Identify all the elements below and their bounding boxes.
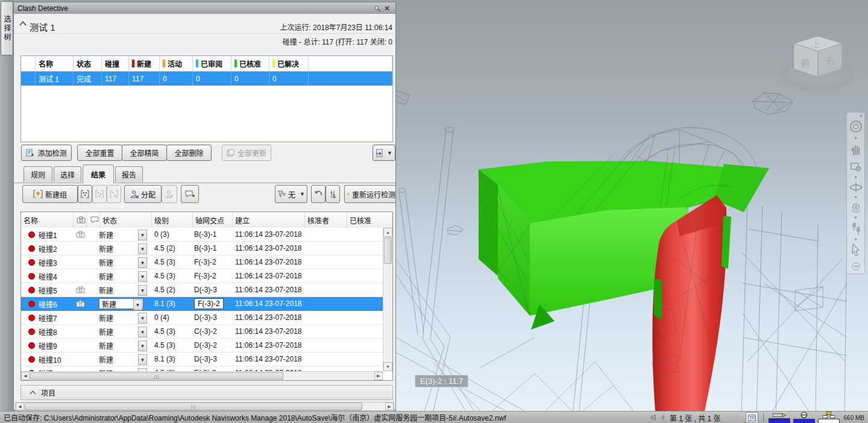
dropdown-arrow-icon[interactable]: ▼ bbox=[138, 327, 147, 337]
scene-viewport[interactable]: 上 前 右 西 东 E(3)-2 : 11.7 ✕ ▼ ▼ ▼ ▼ bbox=[396, 0, 868, 411]
dropdown-arrow-icon[interactable]: ▼ bbox=[138, 340, 147, 351]
dropdown-arrow-icon[interactable]: ▼ bbox=[138, 230, 147, 240]
pin-icon[interactable] bbox=[373, 4, 382, 13]
clash-row[interactable]: 碰撞8 新建▼ 4.5 (3) C(-3)-2 11:06:14 23-07-2… bbox=[21, 325, 383, 339]
dropdown-arrow-icon[interactable]: ▼ bbox=[138, 243, 147, 254]
vertical-scrollbar[interactable]: ▲ ▼ bbox=[383, 228, 392, 371]
last-sheet-button[interactable] bbox=[734, 414, 743, 421]
scroll-left-button[interactable]: ◀ bbox=[16, 403, 24, 410]
saved-viewpoint-cell[interactable] bbox=[74, 255, 87, 269]
delete-all-button[interactable]: 全部删除 bbox=[166, 145, 212, 161]
assign-button[interactable]: 分配 bbox=[124, 185, 162, 203]
dropdown-arrow-icon[interactable]: ▼ bbox=[138, 354, 147, 365]
dropdown-arrow-icon[interactable]: ▼ bbox=[847, 136, 864, 141]
col-clash-name[interactable]: 名称 bbox=[21, 212, 74, 228]
panel-bottom-scrollbar[interactable]: ◀ ||| ▶ bbox=[15, 402, 394, 411]
dropdown-arrow-icon[interactable]: ▼ bbox=[847, 195, 864, 200]
clash-row[interactable]: 碰撞2 新建▼ 4.5 (2) B(-3)-1 11:06:14 23-07-2… bbox=[21, 242, 383, 255]
scroll-right-button[interactable]: ▶ bbox=[374, 372, 383, 380]
clash-status-combo[interactable]: 新建▼ bbox=[96, 255, 152, 269]
dropdown-arrow-icon[interactable]: ▼ bbox=[138, 257, 147, 268]
tab-rules[interactable]: 规则 bbox=[24, 166, 52, 182]
dropdown-arrow-icon[interactable]: ▼ bbox=[133, 299, 142, 310]
rerun-test-button[interactable]: 重新运行检测 bbox=[344, 185, 396, 203]
saved-viewpoint-cell[interactable] bbox=[74, 269, 87, 283]
horizontal-scroll-thumb[interactable]: ||| bbox=[25, 403, 362, 410]
clash-status-combo[interactable]: 新建▼ bbox=[96, 352, 152, 366]
navigation-toolbar[interactable]: ✕ ▼ ▼ ▼ ▼ ▼ bbox=[846, 112, 865, 274]
saved-viewpoint-cell[interactable] bbox=[74, 283, 87, 296]
panel-titlebar[interactable]: Clash Detective ✕ bbox=[14, 2, 395, 14]
close-icon[interactable]: ✕ bbox=[382, 4, 392, 13]
navbar-collapse-icon[interactable] bbox=[847, 262, 864, 271]
scroll-down-button[interactable]: ▼ bbox=[383, 362, 392, 371]
col-clashes[interactable]: 碰撞 bbox=[102, 56, 129, 72]
scroll-right-button[interactable]: ▶ bbox=[385, 403, 394, 410]
viewcube[interactable]: 上 前 右 西 东 bbox=[782, 36, 856, 89]
scroll-up-button[interactable]: ▲ bbox=[383, 228, 392, 237]
clash-row[interactable]: 碰撞1 新建▼ 0 (3) B(-3)-1 11:06:14 23-07-201… bbox=[21, 228, 383, 242]
col-name[interactable]: 名称 bbox=[36, 56, 74, 72]
clash-row[interactable]: 碰撞7 新建▼ 0 (4) D(-3)-3 11:06:14 23-07-201… bbox=[21, 311, 383, 325]
col-created[interactable]: 建立 bbox=[233, 212, 305, 228]
dropdown-arrow-icon[interactable]: ▼ bbox=[138, 285, 147, 296]
clash-status-combo[interactable]: 新建▼ bbox=[96, 311, 152, 324]
dropdown-arrow-icon[interactable]: ▼ bbox=[847, 237, 864, 242]
first-sheet-button[interactable] bbox=[648, 414, 656, 421]
col-grid-intersection[interactable]: 轴网交点 bbox=[193, 212, 233, 228]
col-viewpoint[interactable] bbox=[74, 212, 87, 228]
clash-status-combo[interactable]: 新建▼ bbox=[96, 242, 152, 255]
col-approved-date[interactable]: 已核准 bbox=[347, 212, 392, 228]
clash-row[interactable]: 碰撞9 新建▼ 4.5 (3) D(-3)-2 11:06:14 23-07-2… bbox=[21, 339, 383, 352]
import-export-button[interactable]: ▼ bbox=[373, 145, 395, 161]
add-comment-button[interactable] bbox=[181, 185, 199, 203]
clash-row[interactable]: 碰撞3 新建▼ 4.5 (3) F(-3)-2 11:06:14 23-07-2… bbox=[21, 255, 383, 269]
zoom-tool[interactable] bbox=[847, 161, 864, 173]
tab-select[interactable]: 选择 bbox=[54, 166, 81, 182]
clash-status-combo[interactable]: 新建▼ bbox=[96, 339, 152, 352]
collapse-chevron-icon[interactable] bbox=[19, 21, 27, 26]
next-sheet-button[interactable] bbox=[725, 414, 731, 421]
col-clash-status[interactable]: 状态 bbox=[100, 212, 152, 228]
dropdown-arrow-icon[interactable]: ▼ bbox=[138, 271, 147, 282]
filter-dropdown[interactable]: 无 ▼ bbox=[275, 185, 307, 203]
saved-viewpoint-cell[interactable] bbox=[74, 311, 87, 324]
scroll-left-button[interactable]: ◀ bbox=[21, 372, 30, 380]
col-approved-by[interactable]: 核准者 bbox=[305, 212, 347, 228]
new-group-button[interactable]: 新建组 bbox=[22, 185, 78, 203]
horizontal-scrollbar[interactable]: ◀ ||| ▶ bbox=[21, 371, 383, 380]
steering-wheel-tool[interactable] bbox=[847, 120, 864, 133]
items-section-header[interactable]: 项目 bbox=[20, 385, 393, 400]
look-around-tool[interactable] bbox=[847, 201, 864, 213]
undo-button[interactable] bbox=[311, 185, 326, 203]
clash-status-combo[interactable]: 新建▼ bbox=[96, 269, 152, 283]
viewcube-right-label[interactable]: 右 bbox=[826, 55, 835, 66]
col-status[interactable]: 状态 bbox=[74, 56, 102, 72]
saved-viewpoint-cell[interactable] bbox=[74, 228, 87, 241]
clash-status-combo[interactable]: 新建▼ bbox=[96, 325, 152, 338]
selection-tree-tab[interactable]: 选择树 bbox=[1, 1, 13, 55]
saved-viewpoint-cell[interactable] bbox=[74, 242, 87, 255]
saved-viewpoint-cell[interactable] bbox=[74, 339, 87, 352]
tab-results[interactable]: 结果 bbox=[83, 164, 114, 183]
clash-status-combo[interactable]: 新建▼ bbox=[96, 228, 152, 241]
col-reviewed[interactable]: 已审阅 bbox=[193, 56, 231, 72]
sheet-browser-button[interactable] bbox=[746, 412, 758, 423]
dropdown-arrow-icon[interactable]: ▼ bbox=[847, 215, 864, 221]
col-level[interactable]: 级别 bbox=[152, 212, 193, 228]
select-tool[interactable] bbox=[847, 243, 864, 257]
orbit-tool[interactable] bbox=[847, 181, 864, 193]
clash-status-combo[interactable]: 新建▼ bbox=[96, 297, 152, 310]
add-test-button[interactable]: 添加检测 bbox=[21, 145, 72, 161]
dropdown-arrow-icon[interactable]: ▼ bbox=[847, 175, 864, 180]
viewcube-front-label[interactable]: 前 bbox=[800, 58, 810, 68]
col-resolved[interactable]: 已解决 bbox=[269, 56, 309, 72]
col-comment[interactable] bbox=[87, 212, 100, 228]
test-row[interactable]: 测试 1 完成 117 117 0 0 0 0 bbox=[21, 72, 392, 86]
navbar-close-icon[interactable]: ✕ bbox=[859, 113, 863, 119]
walk-tool[interactable] bbox=[847, 222, 864, 235]
saved-viewpoint-cell[interactable] bbox=[74, 325, 87, 338]
clash-row[interactable]: 碰撞4 新建▼ 4.5 (3) F(-3)-2 11:06:14 23-07-2… bbox=[21, 269, 383, 283]
saved-viewpoint-cell[interactable] bbox=[74, 352, 87, 366]
clash-row[interactable]: 碰撞6 新建▼ 8.1 (3) F(-3)-2 11:06:14 23-07-2… bbox=[21, 297, 383, 311]
